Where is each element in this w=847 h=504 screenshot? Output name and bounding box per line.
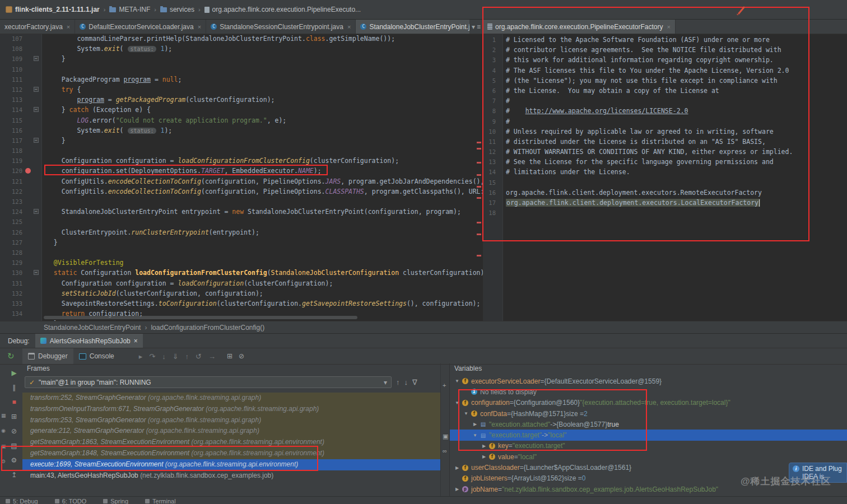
code-line[interactable]: 114− } catch (Exception e) { bbox=[0, 105, 483, 115]
frame-up-icon[interactable]: ↑ bbox=[396, 378, 400, 386]
fold-gutter[interactable]: − bbox=[32, 105, 41, 115]
stack-frame-row[interactable]: transform:252, StreamGraphGenerator (org… bbox=[22, 393, 440, 404]
stack-frame-row[interactable]: generate:212, StreamGraphGenerator (org.… bbox=[22, 426, 440, 437]
split-editor[interactable]: 1# Licensed to the Apache Software Found… bbox=[483, 34, 847, 321]
variable-row[interactable]: ▼fexecutorServiceLoader = {DefaultExecut… bbox=[450, 376, 847, 386]
line-number[interactable]: 125 bbox=[0, 217, 25, 227]
close-icon[interactable]: × bbox=[198, 24, 201, 30]
line-number[interactable]: 119 bbox=[0, 156, 25, 166]
fold-gutter[interactable] bbox=[32, 115, 41, 125]
toolwindow-button[interactable]: 6: TODO bbox=[55, 497, 87, 504]
code-line[interactable]: 130− static Configuration loadConfigurat… bbox=[0, 268, 483, 278]
code-line[interactable]: 14# limitations under the License. bbox=[483, 167, 847, 177]
fold-gutter[interactable] bbox=[32, 278, 41, 288]
code-line[interactable]: 5# (the "License"); you may not use this… bbox=[483, 76, 847, 86]
code-line[interactable]: 4# The ASF licenses this file to You und… bbox=[483, 66, 847, 76]
code-line[interactable]: 6# the License. You may obtain a copy of… bbox=[483, 86, 847, 96]
code-line[interactable]: 128 bbox=[0, 248, 483, 258]
fold-gutter[interactable] bbox=[32, 146, 41, 156]
breadcrumb-item[interactable]: loadConfigurationFromClusterConfig() bbox=[151, 324, 264, 332]
breakpoint-gutter[interactable] bbox=[25, 278, 32, 288]
toolwindow-button[interactable]: Terminal bbox=[145, 497, 176, 504]
close-icon[interactable]: × bbox=[67, 24, 70, 30]
chevron-right-icon[interactable]: ▶ bbox=[480, 444, 488, 449]
fold-gutter[interactable]: − bbox=[32, 85, 41, 95]
menu-icon[interactable]: ≡ bbox=[477, 23, 481, 31]
code-line[interactable]: 108 System.exit( status: 1); bbox=[0, 44, 483, 54]
target-icon[interactable]: ◉ bbox=[1, 428, 6, 433]
fold-gutter[interactable] bbox=[32, 74, 41, 85]
breakpoint-gutter[interactable] bbox=[25, 64, 32, 74]
variable-row[interactable]: ▶▤"execution.attached" -> {Boolean@1577}… bbox=[450, 419, 847, 430]
variable-row[interactable]: ▶fuserClassloader = {Launcher$AppClassLo… bbox=[450, 462, 847, 473]
filter-icon[interactable]: ∇ bbox=[412, 378, 417, 386]
code-line[interactable]: 124− StandaloneJobClusterEntryPoint entr… bbox=[0, 207, 483, 217]
breakpoint-gutter[interactable] bbox=[25, 115, 32, 125]
breakpoint-gutter[interactable] bbox=[25, 95, 32, 105]
line-number[interactable]: 18 bbox=[483, 208, 499, 218]
chevron-right-icon[interactable]: ▶ bbox=[480, 454, 488, 459]
variable-row[interactable]: ▶fkey = "execution.target" bbox=[450, 441, 847, 451]
fold-gutter[interactable]: − bbox=[32, 136, 41, 146]
drop-frame-icon[interactable]: ↺ bbox=[196, 352, 202, 361]
code-line[interactable]: 15 bbox=[483, 178, 847, 188]
code-line[interactable]: 11# distributed under the License is dis… bbox=[483, 137, 847, 147]
view-breakpoints-icon[interactable]: ⊞ bbox=[11, 412, 17, 421]
view-breakpoints-icon[interactable]: ⊞ bbox=[227, 352, 232, 360]
fold-gutter[interactable] bbox=[32, 298, 41, 309]
tab-console[interactable]: Console bbox=[73, 348, 120, 364]
fold-gutter[interactable] bbox=[32, 95, 41, 105]
fold-gutter[interactable] bbox=[32, 197, 41, 207]
code-line[interactable]: 10# Unless required by applicable law or… bbox=[483, 127, 847, 137]
grid-icon[interactable]: ▦ bbox=[1, 413, 6, 418]
fold-icon[interactable]: − bbox=[34, 270, 39, 275]
line-number[interactable]: 124 bbox=[0, 207, 25, 217]
line-number[interactable]: 130 bbox=[0, 268, 25, 278]
line-number[interactable]: 1 bbox=[483, 35, 499, 45]
stack-frame-row[interactable]: transform:253, StreamGraphGenerator (org… bbox=[22, 415, 440, 426]
breakpoint-gutter[interactable] bbox=[25, 54, 32, 64]
fold-icon[interactable]: − bbox=[34, 138, 39, 143]
chevron-down-icon[interactable]: ▾ bbox=[472, 23, 475, 31]
line-number[interactable]: 113 bbox=[0, 95, 25, 105]
line-number[interactable]: 129 bbox=[0, 258, 25, 268]
line-number[interactable]: 9 bbox=[483, 116, 499, 127]
code-line[interactable]: 125 bbox=[0, 217, 483, 227]
mute-breakpoints-icon[interactable]: ⊘ bbox=[11, 427, 17, 436]
code-line[interactable]: 18 bbox=[483, 208, 847, 218]
line-number[interactable]: 5 bbox=[483, 76, 499, 86]
breakpoint-gutter[interactable] bbox=[25, 237, 32, 248]
breakpoint-gutter[interactable] bbox=[25, 217, 32, 227]
stack-frame-row[interactable]: execute:1699, StreamExecutionEnvironment… bbox=[22, 459, 440, 470]
rerun-icon[interactable]: ↻ bbox=[7, 351, 15, 361]
panel-icon[interactable]: ▣ bbox=[1, 444, 6, 449]
resume-icon[interactable]: ▶ bbox=[11, 368, 16, 377]
infinity-icon[interactable]: ∞ bbox=[443, 447, 447, 454]
titlebar-breadcrumb-item[interactable]: org.apache.flink.core.execution.Pipeline… bbox=[204, 6, 361, 13]
line-number[interactable]: 133 bbox=[0, 298, 25, 309]
line-number[interactable]: 134 bbox=[0, 309, 25, 319]
code-line[interactable]: 16org.apache.flink.client.deployment.exe… bbox=[483, 188, 847, 198]
fold-gutter[interactable] bbox=[32, 227, 41, 237]
add-icon[interactable]: + bbox=[443, 382, 446, 389]
fold-gutter[interactable] bbox=[32, 237, 41, 248]
code-line[interactable]: 115 LOG.error("Could not create applicat… bbox=[0, 115, 483, 125]
fold-icon[interactable]: − bbox=[34, 209, 39, 214]
code-line[interactable]: 9# bbox=[483, 116, 847, 127]
license-url-link[interactable]: http://www.apache.org/licenses/LICENSE-2… bbox=[525, 107, 688, 115]
code-line[interactable]: 116 System.exit( status: 1); bbox=[0, 125, 483, 136]
code-line[interactable]: 7# bbox=[483, 96, 847, 106]
pause-icon[interactable]: ∥ bbox=[12, 383, 16, 392]
main-editor[interactable]: 107 commandLineParser.printHelp(Standalo… bbox=[0, 34, 483, 321]
stack-frame-row[interactable]: getStreamGraph:1848, StreamExecutionEnvi… bbox=[22, 448, 440, 459]
toolwindow-button[interactable]: Spring bbox=[103, 497, 128, 504]
stack-frame-row[interactable]: getStreamGraph:1863, StreamExecutionEnvi… bbox=[22, 437, 440, 448]
fold-gutter[interactable] bbox=[32, 64, 41, 74]
line-number[interactable]: 121 bbox=[0, 176, 25, 186]
fold-gutter[interactable] bbox=[32, 258, 41, 268]
line-number[interactable]: 10 bbox=[483, 127, 499, 137]
line-number[interactable]: 116 bbox=[0, 125, 25, 136]
fold-gutter[interactable] bbox=[32, 217, 41, 227]
code-line[interactable]: 129 @VisibleForTesting bbox=[0, 258, 483, 268]
editor-tab[interactable]: CStandaloneSessionClusterEntrypoint.java… bbox=[206, 20, 356, 34]
